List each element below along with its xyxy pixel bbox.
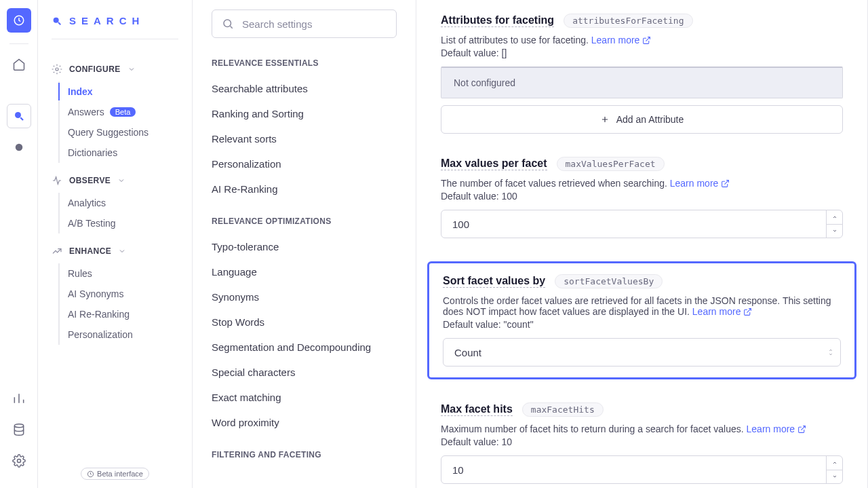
max-hits-input[interactable]: [441, 464, 826, 476]
section-max-values-per-facet: Max values per facet maxValuesPerFacet T…: [441, 157, 843, 238]
sidebar-item-rules[interactable]: Rules: [68, 263, 178, 284]
beta-badge: Beta: [110, 107, 136, 117]
group-header-filtering-faceting: FILTERING AND FACETING: [212, 450, 397, 459]
not-configured-box: Not configured: [441, 67, 843, 98]
mid-item-personalization[interactable]: Personalization: [212, 151, 397, 176]
svg-point-8: [224, 20, 231, 27]
settings-nav-panel: RELEVANCE ESSENTIALS Searchable attribut…: [193, 0, 416, 488]
home-icon[interactable]: [7, 52, 31, 77]
code-tag: attributesForFaceting: [564, 14, 692, 28]
product-title-text: SEARCH: [69, 15, 144, 26]
stepper: [826, 456, 842, 483]
plus-icon: [600, 115, 610, 124]
stepper-down[interactable]: [827, 470, 842, 484]
section-title[interactable]: Attributes for faceting: [441, 14, 554, 27]
search-input[interactable]: [242, 18, 387, 30]
svg-point-4: [17, 459, 20, 463]
search-product-icon[interactable]: [7, 104, 31, 128]
mid-item-language[interactable]: Language: [212, 259, 397, 284]
sidebar-item-analytics[interactable]: Analytics: [68, 193, 178, 213]
description: List of attributes to use for faceting. …: [441, 35, 843, 45]
recommend-icon[interactable]: [7, 135, 31, 159]
default-value: Default value: "count": [443, 319, 841, 330]
icon-rail: [0, 0, 38, 488]
trend-icon: [52, 246, 62, 257]
group-header-relevance-essentials: RELEVANCE ESSENTIALS: [212, 58, 397, 68]
section-title[interactable]: Sort facet values by: [443, 275, 545, 288]
configure-section-header[interactable]: CONFIGURE: [52, 64, 178, 75]
mid-item-stop-words[interactable]: Stop Words: [212, 309, 397, 335]
add-attribute-button[interactable]: Add an Attribute: [441, 105, 843, 134]
group-header-relevance-optimizations: RELEVANCE OPTIMIZATIONS: [212, 217, 397, 226]
enhance-section-header[interactable]: ENHANCE: [52, 246, 178, 257]
default-value: Default value: 10: [441, 436, 843, 447]
sidebar-item-ab-testing[interactable]: A/B Testing: [68, 213, 178, 233]
code-tag: maxFacetHits: [522, 402, 604, 417]
sidebar-item-ai-synonyms[interactable]: AI Synonyms: [68, 284, 178, 304]
database-icon[interactable]: [7, 417, 31, 442]
external-link-icon: [721, 179, 730, 188]
description: Controls the order facet values are retr…: [443, 295, 841, 317]
learn-more-link[interactable]: Learn more: [747, 424, 807, 434]
svg-point-5: [54, 17, 59, 22]
sidebar: SEARCH CONFIGURE Index Answers Beta Quer…: [38, 0, 193, 488]
beta-interface-badge[interactable]: Beta interface: [81, 468, 149, 480]
sort-facet-select[interactable]: Count: [443, 338, 841, 367]
product-title: SEARCH: [52, 15, 178, 26]
max-hits-input-wrap: [441, 455, 843, 484]
mid-item-typo-tolerance[interactable]: Typo-tolerance: [212, 234, 397, 259]
section-title[interactable]: Max values per facet: [441, 157, 547, 170]
mid-item-exact-matching[interactable]: Exact matching: [212, 385, 397, 410]
mid-item-word-proximity[interactable]: Word proximity: [212, 410, 397, 435]
sidebar-item-index[interactable]: Index: [68, 81, 178, 102]
mid-item-ai-re-ranking[interactable]: AI Re-Ranking: [212, 176, 397, 202]
observe-section-header[interactable]: OBSERVE: [52, 175, 178, 186]
code-tag: sortFacetValuesBy: [555, 274, 663, 288]
external-link-icon: [797, 425, 806, 434]
svg-point-6: [56, 68, 58, 71]
section-label: CONFIGURE: [69, 64, 121, 74]
stepper-up[interactable]: [827, 456, 842, 470]
mid-item-searchable-attributes[interactable]: Searchable attributes: [212, 76, 397, 101]
analytics-icon[interactable]: [7, 386, 31, 411]
section-max-facet-hits: Max facet hits maxFacetHits Maximum numb…: [441, 402, 843, 484]
mid-item-special-characters[interactable]: Special characters: [212, 360, 397, 385]
sidebar-item-dictionaries[interactable]: Dictionaries: [68, 143, 178, 163]
section-label: OBSERVE: [69, 176, 111, 185]
sidebar-item-answers[interactable]: Answers Beta: [68, 102, 178, 122]
mid-item-relevant-sorts[interactable]: Relevant sorts: [212, 126, 397, 151]
max-values-input-wrap: [441, 210, 843, 238]
stepper-down[interactable]: [827, 225, 842, 238]
select-chevrons-icon: [821, 348, 840, 356]
main-content: Attributes for faceting attributesForFac…: [416, 0, 868, 488]
mid-item-segmentation[interactable]: Segmentation and Decompounding: [212, 335, 397, 360]
sidebar-item-ai-re-ranking[interactable]: AI Re-Ranking: [68, 304, 178, 324]
search-input-wrap[interactable]: [212, 10, 397, 38]
learn-more-link[interactable]: Learn more: [692, 306, 753, 317]
sidebar-item-query-suggestions[interactable]: Query Suggestions: [68, 122, 178, 143]
gear-icon[interactable]: [7, 449, 31, 473]
description: Maximum number of facet hits to return d…: [441, 424, 843, 434]
code-tag: maxValuesPerFacet: [557, 157, 665, 171]
stepper: [826, 210, 842, 238]
chevron-down-icon: [117, 176, 125, 185]
stepper-up[interactable]: [827, 210, 842, 225]
search-icon: [222, 18, 234, 30]
description: The number of facet values retrieved whe…: [441, 178, 843, 189]
learn-more-link[interactable]: Learn more: [670, 178, 730, 189]
mid-item-ranking-sorting[interactable]: Ranking and Sorting: [212, 101, 397, 126]
external-link-icon: [642, 36, 651, 45]
default-value: Default value: 100: [441, 191, 843, 202]
svg-point-1: [15, 112, 21, 118]
max-values-input[interactable]: [441, 219, 826, 230]
section-title[interactable]: Max facet hits: [441, 403, 513, 416]
chevron-down-icon: [127, 65, 136, 73]
external-link-icon: [743, 307, 752, 316]
section-label: ENHANCE: [69, 246, 111, 256]
learn-more-link[interactable]: Learn more: [591, 35, 652, 45]
sidebar-item-personalization[interactable]: Personalization: [68, 324, 178, 345]
brand-icon[interactable]: [7, 8, 31, 33]
pulse-icon: [52, 175, 62, 186]
mid-item-synonyms[interactable]: Synonyms: [212, 284, 397, 309]
svg-point-2: [15, 144, 22, 151]
